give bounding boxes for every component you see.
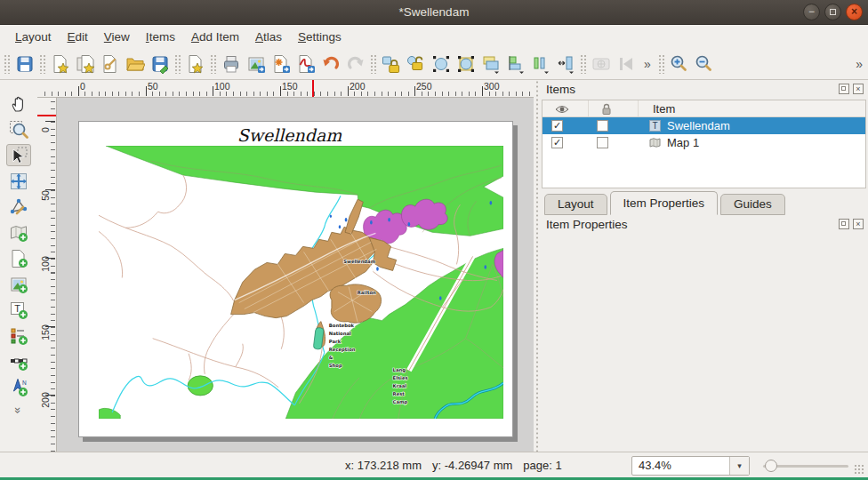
toolbar-grip[interactable] [210,54,217,74]
toolbar-grip[interactable] [39,54,46,74]
tab-layout[interactable]: Layout [544,194,607,215]
select-move-item-tool-button[interactable] [6,144,31,166]
distribute-items-button[interactable] [528,52,553,76]
atlas-preview-button[interactable] [589,52,614,76]
toolbar-grip[interactable] [370,54,377,74]
first-feature-icon [616,54,636,74]
add-3d-map-tool-button[interactable] [6,247,31,269]
panel-splitter[interactable] [534,80,540,452]
add-map-icon [9,223,28,243]
raise-items-button[interactable] [478,52,503,76]
maximize-button[interactable] [824,4,841,20]
ungroup-items-button[interactable] [454,52,478,76]
edit-nodes-item-tool-button[interactable] [6,196,31,218]
layout-manager-icon [100,54,120,74]
export-pdf-icon [296,54,316,74]
add-picture-icon [9,275,28,294]
window-resize-grip[interactable] [854,464,864,475]
title-bar[interactable]: *Swellendam − × [0,0,868,25]
map-title-label-item[interactable]: Swellendam [79,125,500,145]
move-item-content-tool-button[interactable] [6,170,31,192]
zoom-level-combobox[interactable]: 43.4% ▾ [631,456,750,476]
save-as-template-button[interactable] [148,52,173,76]
save-project-button[interactable] [12,52,37,76]
toolbar-grip[interactable] [580,54,587,74]
menu-layout[interactable]: Layout [7,28,60,46]
layout-manager-button[interactable] [98,52,123,76]
close-button[interactable]: × [846,4,863,20]
export-image-icon [246,54,266,74]
menu-add-item[interactable]: Add Item [183,28,247,46]
load-template-button[interactable] [123,52,148,76]
toolbar-grip[interactable] [658,54,665,74]
menu-settings[interactable]: Settings [290,28,350,46]
cursor-coordinates: x: 173.218 mm y: -4.26947 mm page: 1 [345,459,562,472]
toolbar-grip[interactable] [4,54,11,74]
map-item[interactable]: SwellendamRailtonBontebokNationalParkRec… [99,146,503,419]
export-pdf-button[interactable] [293,52,318,76]
undo-button[interactable] [318,52,343,76]
pan-tool-button[interactable] [6,92,31,115]
minimize-button[interactable]: − [803,4,820,20]
close-panel-icon[interactable]: × [853,84,864,94]
export-image-button[interactable] [244,52,269,76]
duplicate-layout-button[interactable] [73,52,98,76]
horizontal-ruler[interactable]: 0 50 100 150 200 250 300 [37,80,534,98]
add-picture-tool-button[interactable] [6,273,31,295]
group-items-button[interactable] [429,52,454,76]
toolbar-overflow-button-2[interactable]: » [850,57,868,71]
lock-checkbox[interactable] [597,120,608,132]
float-panel-icon[interactable] [839,219,849,229]
lock-checkbox[interactable] [597,137,608,148]
add-north-arrow-icon: N [9,378,28,397]
vertical-ruler[interactable]: 0 50 100 150 200 [37,98,57,452]
add-label-tool-button[interactable]: T [6,299,31,321]
add-items-from-template-button[interactable] [183,52,208,76]
visibility-checkbox[interactable]: ✓ [551,120,563,132]
item-row-map1[interactable]: ✓ Map 1 [542,134,865,151]
add-legend-tool-button[interactable] [6,324,31,347]
add-scalebar-tool-button[interactable] [6,350,31,372]
add-north-arrow-tool-button[interactable]: N [6,376,31,398]
align-items-button[interactable] [503,52,528,76]
float-panel-icon[interactable] [839,84,849,94]
atlas-first-feature-button[interactable] [614,52,639,76]
align-items-icon [506,54,526,74]
print-layout-button[interactable] [219,52,244,76]
layout-page[interactable]: Swellendam [78,121,513,437]
visibility-checkbox[interactable]: ✓ [551,137,563,148]
zoom-in-button[interactable] [667,52,692,76]
layout-canvas[interactable]: Swellendam [57,98,534,452]
close-panel-icon[interactable]: × [853,219,864,229]
unlock-all-button[interactable] [404,52,429,76]
zoom-slider-handle[interactable] [765,460,777,472]
save-as-icon [150,54,170,74]
toolbar-overflow-button[interactable]: » [639,57,656,71]
menu-view[interactable]: View [96,28,138,46]
export-svg-button[interactable] [269,52,293,76]
main-toolbar: » » [0,48,868,80]
zoom-in-icon [670,54,689,74]
resize-items-button[interactable] [553,52,578,76]
combo-dropdown-button[interactable]: ▾ [729,457,749,475]
add-map-tool-button[interactable] [6,221,31,244]
tab-guides[interactable]: Guides [720,194,785,215]
menu-items[interactable]: Items [138,28,183,46]
lock-items-icon [382,54,401,74]
print-icon [221,54,241,74]
toolbar-grip[interactable] [174,54,181,74]
zoom-tool-button[interactable] [6,118,31,140]
status-bar: x: 173.218 mm y: -4.26947 mm page: 1 43.… [0,452,868,477]
new-layout-button[interactable] [48,52,73,76]
tab-item-properties[interactable]: Item Properties [610,191,719,215]
items-list[interactable]: Item ✓ T Swellendam ✓ Map 1 [542,100,866,188]
lock-items-button[interactable] [379,52,404,76]
redo-button[interactable] [343,52,368,76]
menu-atlas[interactable]: Atlas [247,28,290,46]
zoom-tool-icon [9,120,28,140]
menu-edit[interactable]: Edit [60,28,96,46]
zoom-out-button[interactable] [692,52,717,76]
more-tools-button[interactable]: » [12,407,25,413]
cursor-position-marker [312,80,314,97]
item-row-swellendam[interactable]: ✓ T Swellendam [542,117,865,134]
